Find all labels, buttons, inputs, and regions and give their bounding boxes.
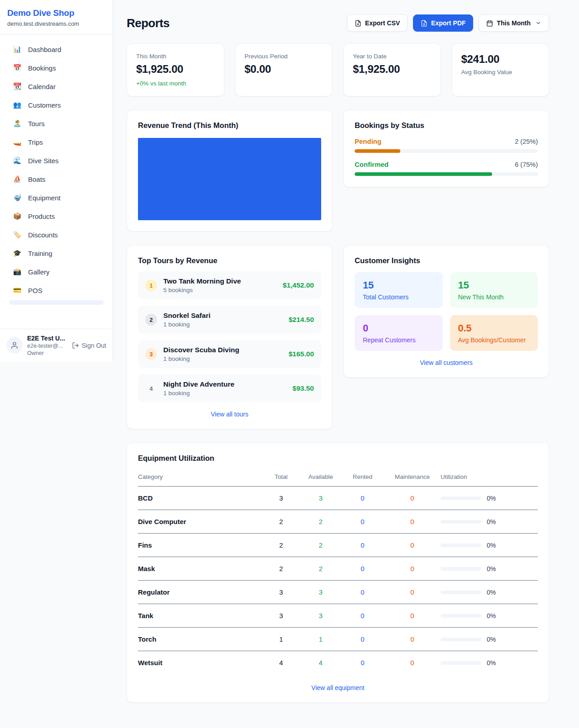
avatar: [6, 337, 23, 354]
status-row-confirmed: Confirmed 6 (75%): [355, 161, 538, 176]
cell-rented: 0: [341, 581, 384, 604]
cell-category: Regulator: [138, 581, 262, 604]
sidebar-item-label: Products: [28, 213, 55, 220]
sidebar-item-discounts[interactable]: 🏷️Discounts: [5, 226, 108, 243]
tour-name: Discover Scuba Diving: [163, 346, 239, 354]
bookings-by-status-title: Bookings by Status: [355, 121, 538, 130]
camera-icon: 📸: [13, 268, 22, 276]
sidebar-item-label: Customers: [28, 101, 61, 109]
stat-card-this-month: This Month $1,925.00 +0% vs last month: [127, 43, 224, 96]
tour-amount: $1,452.00: [283, 281, 314, 289]
user-role: Owner: [27, 350, 67, 356]
stat-label: Year to Date: [353, 53, 432, 60]
tile-value: 15: [458, 279, 530, 291]
export-pdf-label: Export PDF: [431, 19, 465, 27]
tile-label: Total Customers: [363, 293, 435, 301]
stat-label: This Month: [136, 53, 215, 60]
cell-total: 2: [262, 510, 300, 534]
sidebar-item-label: Gallery: [28, 268, 50, 276]
bookings-calendar-icon: 📅: [13, 64, 22, 72]
graduation-cap-icon: 🎓: [13, 249, 22, 257]
stat-value: $0.00: [245, 63, 323, 76]
dive-mask-icon: 🤿: [13, 194, 22, 202]
cell-available: 3: [300, 487, 341, 510]
export-pdf-button[interactable]: Export PDF: [413, 14, 473, 32]
sign-out-label: Sign Out: [82, 342, 106, 349]
main-content: Reports Export CSV Export PDF This Month…: [127, 0, 549, 724]
sidebar-item-pos[interactable]: 💳POS: [5, 282, 108, 299]
sidebar-item-reports-partial[interactable]: [9, 300, 104, 305]
export-csv-button[interactable]: Export CSV: [347, 14, 408, 32]
utilization-value: 0%: [487, 589, 496, 596]
view-all-equipment-link[interactable]: View all equipment: [138, 684, 538, 691]
user-email: e2e-tester@...: [27, 343, 67, 349]
sign-out-button[interactable]: Sign Out: [72, 342, 106, 349]
equipment-utilization-card: Equipment Utilization Category Total Ava…: [127, 443, 549, 703]
package-icon: 📦: [13, 212, 22, 220]
utilization-value: 0%: [487, 636, 496, 643]
cell-maintenance: 0: [384, 628, 441, 651]
equipment-utilization-title: Equipment Utilization: [138, 454, 538, 463]
utilization-bar: [441, 544, 481, 547]
tour-row: 2 Snorkel Safari1 booking $214.50: [138, 306, 321, 334]
table-header-row: Category Total Available Rented Maintena…: [138, 469, 538, 487]
view-all-tours-link[interactable]: View all tours: [138, 411, 321, 418]
tile-label: Repeat Customers: [363, 336, 435, 344]
utilization-bar: [441, 567, 481, 571]
stat-delta: +0% vs last month: [136, 80, 215, 87]
tour-row: 1 Two Tank Morning Dive5 bookings $1,452…: [138, 271, 321, 299]
cell-total: 2: [262, 534, 300, 557]
utilization-bar: [441, 591, 481, 594]
utilization-value: 0%: [487, 612, 496, 619]
cell-total: 2: [262, 557, 300, 581]
sidebar-item-dashboard[interactable]: 📊Dashboard: [5, 41, 108, 58]
col-available: Available: [300, 469, 341, 487]
sidebar-item-gallery[interactable]: 📸Gallery: [5, 263, 108, 280]
tour-name: Night Dive Adventure: [163, 380, 234, 388]
status-value: 6 (75%): [515, 161, 538, 168]
cell-available: 2: [300, 510, 341, 534]
cell-rented: 0: [341, 651, 384, 675]
sidebar-item-customers[interactable]: 👥Customers: [5, 96, 108, 113]
table-row: Regulator 3 3 0 0 0%: [138, 581, 538, 604]
table-row: Tank 3 3 0 0 0%: [138, 604, 538, 628]
stat-cards: This Month $1,925.00 +0% vs last month P…: [127, 43, 549, 96]
tour-name: Snorkel Safari: [163, 312, 210, 320]
sidebar-item-tours[interactable]: 🏝️Tours: [5, 115, 108, 132]
cell-total: 4: [262, 651, 300, 675]
progress-track: [355, 149, 538, 153]
tour-bookings: 1 booking: [163, 355, 239, 362]
cell-rented: 0: [341, 510, 384, 534]
shop-domain: demo.test.divestreams.com: [7, 20, 105, 27]
view-all-customers-link[interactable]: View all customers: [355, 359, 538, 366]
utilization-bar: [441, 496, 481, 500]
sidebar-item-calendar[interactable]: 📆Calendar: [5, 78, 108, 95]
utilization-value: 0%: [487, 518, 496, 525]
wave-icon: 🌊: [13, 156, 22, 165]
col-utilization: Utilization: [441, 469, 538, 487]
utilization-bar: [441, 661, 481, 665]
sidebar-item-boats[interactable]: ⛵Boats: [5, 170, 108, 188]
utilization-value: 0%: [487, 495, 496, 502]
brand: Demo Dive Shop demo.test.divestreams.com: [0, 0, 113, 34]
sidebar-item-bookings[interactable]: 📅Bookings: [5, 59, 108, 76]
period-dropdown[interactable]: This Month: [479, 14, 549, 32]
cell-available: 2: [300, 534, 341, 557]
sailboat-icon: ⛵: [13, 175, 22, 183]
export-csv-label: Export CSV: [365, 19, 400, 27]
cell-maintenance: 0: [384, 557, 441, 581]
speedboat-icon: 🚤: [13, 138, 22, 146]
sidebar-item-equipment[interactable]: 🤿Equipment: [5, 189, 108, 206]
cell-category: Tank: [138, 604, 262, 628]
calendar-icon: [486, 20, 493, 27]
sidebar-item-training[interactable]: 🎓Training: [5, 245, 108, 262]
sidebar-item-products[interactable]: 📦Products: [5, 208, 108, 225]
status-label: Confirmed: [355, 161, 389, 168]
cell-category: Dive Computer: [138, 510, 262, 534]
rank-badge: 4: [145, 383, 157, 394]
sidebar-item-dive-sites[interactable]: 🌊Dive Sites: [5, 152, 108, 169]
sidebar-item-trips[interactable]: 🚤Trips: [5, 133, 108, 151]
tour-amount: $93.50: [293, 384, 314, 392]
cell-category: Wetsuit: [138, 651, 262, 675]
col-category: Category: [138, 469, 262, 487]
